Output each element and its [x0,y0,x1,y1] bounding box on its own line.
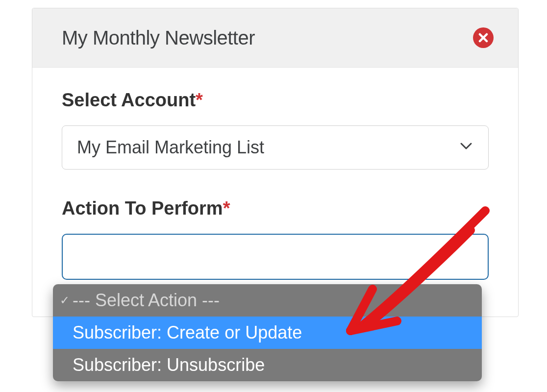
action-option-placeholder-label: --- Select Action --- [73,290,220,311]
action-select[interactable] [62,234,489,280]
close-button[interactable] [473,27,494,48]
required-asterisk: * [196,90,203,110]
panel-header: My Monthly Newsletter [32,8,518,68]
action-option-label: Subscriber: Create or Update [73,322,302,343]
panel-title: My Monthly Newsletter [62,27,255,49]
action-label-text: Action To Perform [62,198,223,219]
action-option-placeholder[interactable]: ✓ --- Select Action --- [53,284,482,317]
check-icon: ✓ [60,294,70,307]
action-option-unsubscribe[interactable]: Subscriber: Unsubscribe [53,349,482,381]
settings-panel: My Monthly Newsletter Select Account* My… [32,8,519,317]
action-dropdown[interactable]: ✓ --- Select Action --- Subscriber: Crea… [53,284,482,381]
close-icon [478,33,488,43]
account-label: Select Account* [62,90,489,111]
account-select[interactable]: My Email Marketing List [62,125,489,170]
required-asterisk: * [223,198,230,219]
action-option-create-update[interactable]: Subscriber: Create or Update [53,317,482,349]
account-select-value: My Email Marketing List [77,137,264,158]
account-label-text: Select Account [62,90,196,110]
chevron-down-icon [459,137,473,158]
action-label: Action To Perform* [62,198,489,219]
panel-body: Select Account* My Email Marketing List … [32,68,518,317]
action-option-label: Subscriber: Unsubscribe [73,355,265,375]
